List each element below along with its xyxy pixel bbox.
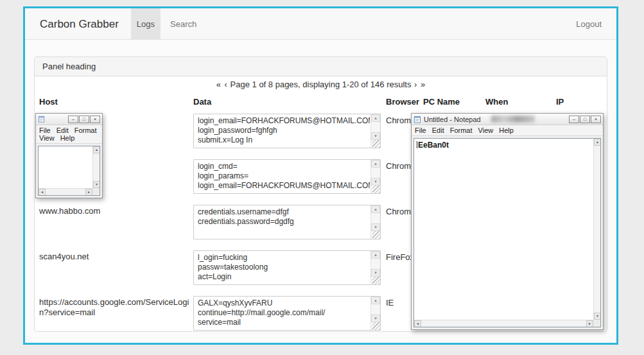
data-textarea[interactable]: GALX=qyshXyvFARU continue=http://mail.go… xyxy=(193,296,381,331)
data-textarea-text: l_ogin=fucking passw=takestoolong act=Lo… xyxy=(194,251,370,284)
notepad-text[interactable]: EeBan0t xyxy=(414,139,593,319)
data-textarea-text: login_cmd= login_params= login_email=FOR… xyxy=(194,160,370,193)
scroll-up-icon[interactable]: ▲ xyxy=(371,297,380,304)
first-page-link[interactable]: « xyxy=(216,80,222,89)
menu-help[interactable]: Help xyxy=(60,134,75,142)
panel-heading: Panel heading xyxy=(35,57,607,76)
host-cell: scan4you.net xyxy=(39,250,192,262)
data-textarea-text: login_email=FORHACKFORUMS@HOTMAIL.COM lo… xyxy=(194,114,370,148)
logout-link[interactable]: Logout xyxy=(561,8,616,39)
window-title: Untitled - Notepad xyxy=(424,116,481,123)
notepad-text-value: EeBan0t xyxy=(418,141,449,150)
data-textarea-text: credentials.username=dfgf credentials.pa… xyxy=(194,205,370,239)
scroll-down-icon[interactable]: ▼ xyxy=(93,181,100,188)
scroll-up-icon[interactable]: ▲ xyxy=(371,251,380,259)
pagination-summary: Page 1 of 8 pages, displaying 1-20 of 14… xyxy=(231,80,412,89)
menu-view[interactable]: View xyxy=(478,126,494,134)
menu-file[interactable]: File xyxy=(39,126,51,134)
menu-format[interactable]: Format xyxy=(74,126,97,134)
scroll-down-icon[interactable]: ▼ xyxy=(594,313,601,320)
data-cell: login_email=FORHACKFORUMS@HOTMAIL.COM lo… xyxy=(193,114,381,148)
notepad-menubar: File Edit Format View Help xyxy=(36,125,102,144)
data-textarea[interactable]: l_ogin=fucking passw=takestoolong act=Lo… xyxy=(193,250,381,285)
text-cursor-icon xyxy=(417,141,417,148)
data-cell: credentials.username=dfgf credentials.pa… xyxy=(193,205,381,239)
scroll-up-icon[interactable]: ▲ xyxy=(594,139,601,146)
host-cell: www.habbo.com xyxy=(39,205,192,216)
window-titlebar[interactable]: Untitled - Notepad – □ × xyxy=(412,114,603,125)
resize-grip-icon[interactable] xyxy=(372,322,380,330)
data-textarea-text: GALX=qyshXyvFARU continue=http://mail.go… xyxy=(194,297,370,330)
tab-search[interactable]: Search xyxy=(164,8,202,39)
navbar: Carbon Grabber Logs Search Logout xyxy=(25,8,616,40)
scroll-left-icon[interactable]: ◄ xyxy=(39,189,46,196)
column-header-browser: Browser xyxy=(386,97,422,107)
close-button-icon[interactable]: × xyxy=(90,116,100,123)
scrollbar-corner xyxy=(92,188,100,195)
resize-grip-icon[interactable] xyxy=(372,277,380,284)
horizontal-scrollbar[interactable]: ◄ ► xyxy=(39,188,92,195)
data-textarea[interactable]: credentials.username=dfgf credentials.pa… xyxy=(193,205,381,239)
window-controls: – □ × xyxy=(68,116,100,123)
minimize-button-icon[interactable]: – xyxy=(569,116,579,123)
prev-page-link[interactable]: ‹ xyxy=(224,80,228,89)
window-titlebar[interactable]: – □ × xyxy=(36,114,102,125)
redacted-blur xyxy=(491,116,535,123)
data-cell: GALX=qyshXyvFARU continue=http://mail.go… xyxy=(193,296,381,331)
pagination: « ‹ Page 1 of 8 pages, displaying 1-20 o… xyxy=(35,79,607,91)
close-button-icon[interactable]: × xyxy=(591,116,601,123)
data-textarea[interactable]: login_email=FORHACKFORUMS@HOTMAIL.COM lo… xyxy=(193,114,381,148)
menu-format[interactable]: Format xyxy=(450,126,473,134)
scroll-up-icon[interactable]: ▲ xyxy=(371,114,380,122)
last-page-link[interactable]: » xyxy=(420,80,426,89)
maximize-button-icon[interactable]: □ xyxy=(580,116,590,123)
maximize-button-icon[interactable]: □ xyxy=(79,116,89,123)
horizontal-scrollbar[interactable]: ◄ ► xyxy=(414,320,593,327)
resize-grip-icon[interactable] xyxy=(372,186,380,193)
notepad-window-small[interactable]: – □ × File Edit Format View Help ▲ ▼ ◄ ► xyxy=(35,113,103,198)
notepad-icon xyxy=(38,116,45,123)
minimize-button-icon[interactable]: – xyxy=(68,116,78,123)
menu-help[interactable]: Help xyxy=(499,126,514,134)
column-header-data: Data xyxy=(193,97,381,107)
column-header-ip: IP xyxy=(556,97,607,107)
brand: Carbon Grabber xyxy=(25,8,129,39)
scroll-up-icon[interactable]: ▲ xyxy=(93,146,100,153)
data-cell: login_cmd= login_params= login_email=FOR… xyxy=(193,159,381,194)
resize-grip-icon[interactable] xyxy=(372,140,380,148)
menu-view[interactable]: View xyxy=(39,134,55,142)
table-header: Host Data Browser PC Name When IP xyxy=(35,97,607,110)
data-textarea[interactable]: login_cmd= login_params= login_email=FOR… xyxy=(193,159,381,194)
vertical-scrollbar[interactable]: ▲ ▼ xyxy=(92,146,100,188)
menu-edit[interactable]: Edit xyxy=(57,126,69,134)
scroll-down-icon[interactable]: ▼ xyxy=(371,223,380,231)
menu-edit[interactable]: Edit xyxy=(432,126,444,134)
scroll-up-icon[interactable]: ▲ xyxy=(371,160,380,168)
notepad-text-area[interactable]: EeBan0t ▲ ▼ ◄ ► xyxy=(413,138,601,327)
scroll-down-icon[interactable]: ▼ xyxy=(371,315,380,322)
notepad-icon xyxy=(413,116,421,123)
column-header-pc-name: PC Name xyxy=(423,97,482,107)
resize-grip-icon[interactable] xyxy=(372,231,380,239)
menu-file[interactable]: File xyxy=(415,126,426,134)
host-cell: https://accounts.google.com/ServiceLogin… xyxy=(39,296,192,318)
notepad-menubar: File Edit Format View Help xyxy=(412,125,603,136)
data-cell: l_ogin=fucking passw=takestoolong act=Lo… xyxy=(193,250,381,285)
notepad-text-area[interactable]: ▲ ▼ ◄ ► xyxy=(38,146,100,196)
next-page-link[interactable]: › xyxy=(413,80,417,89)
scroll-right-icon[interactable]: ► xyxy=(85,189,92,196)
window-controls: – □ × xyxy=(569,116,601,123)
scrollbar-corner xyxy=(593,320,600,327)
column-header-when: When xyxy=(485,97,552,107)
scroll-down-icon[interactable]: ▼ xyxy=(371,178,380,186)
column-header-host: Host xyxy=(39,97,192,107)
notepad-window-large[interactable]: Untitled - Notepad – □ × File Edit Forma… xyxy=(411,113,604,330)
scroll-up-icon[interactable]: ▲ xyxy=(371,205,380,213)
vertical-scrollbar[interactable]: ▲ ▼ xyxy=(593,139,600,320)
scroll-left-icon[interactable]: ◄ xyxy=(414,320,421,327)
scroll-down-icon[interactable]: ▼ xyxy=(371,132,380,140)
scroll-right-icon[interactable]: ► xyxy=(586,320,593,327)
tab-logs[interactable]: Logs xyxy=(131,8,161,39)
scroll-down-icon[interactable]: ▼ xyxy=(371,269,380,277)
